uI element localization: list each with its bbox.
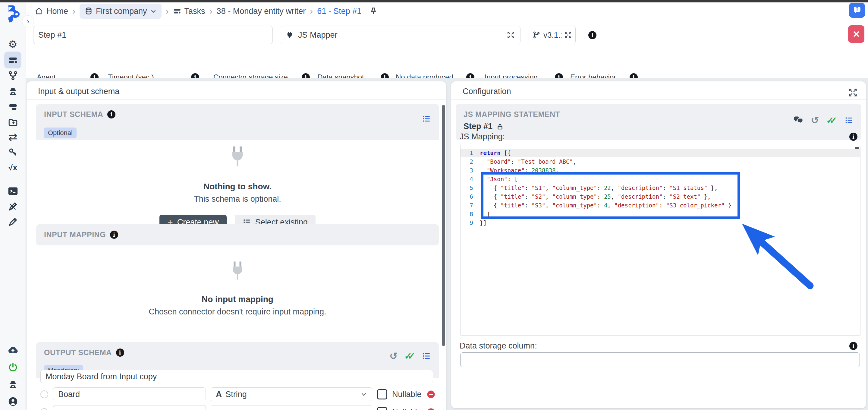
panel-title: Input & output schema — [38, 87, 119, 96]
remove-field-icon[interactable] — [427, 408, 435, 410]
sidebar-item-terminal[interactable] — [0, 184, 26, 198]
check-double-icon[interactable]: ✓✓ — [404, 352, 415, 361]
line-number: 2 — [461, 157, 480, 166]
expand-icon[interactable] — [564, 31, 572, 38]
close-step-button[interactable]: ✕ — [848, 25, 864, 43]
code-line[interactable]: 1return [{ — [461, 149, 860, 157]
breadcrumb-home[interactable]: Home — [34, 7, 68, 16]
empty-subtitle: Chosen connector doesn't require input m… — [36, 307, 439, 317]
sidebar-item-settings[interactable]: ⚙ — [0, 37, 26, 51]
plug-icon — [285, 31, 294, 39]
breadcrumb-separator: › — [306, 6, 317, 16]
drag-handle[interactable] — [40, 408, 48, 410]
sidebar: ⚙ ⇄ √x — [0, 2, 26, 410]
sidebar-item-agents[interactable] — [0, 84, 26, 98]
schema-name-input[interactable] — [40, 370, 433, 383]
breadcrumb-separator: › — [161, 6, 173, 16]
field-type-select[interactable]: A String — [211, 387, 372, 401]
pin-icon[interactable] — [369, 7, 378, 16]
breadcrumb-company-selector[interactable]: First company — [80, 4, 161, 19]
field-name-input[interactable] — [53, 387, 206, 401]
avatar-icon — [7, 396, 19, 407]
remove-field-icon[interactable] — [427, 390, 435, 399]
section-title: INPUT MAPPING — [44, 230, 106, 239]
chat-bubbles-icon[interactable] — [793, 115, 804, 125]
help-button[interactable]: ? — [849, 3, 865, 18]
nullable-checkbox[interactable] — [377, 389, 387, 400]
info-icon[interactable]: i — [588, 31, 596, 39]
drag-handle[interactable] — [40, 390, 48, 398]
annotation-arrow — [717, 208, 826, 304]
sidebar-item-incognito[interactable] — [0, 377, 26, 391]
info-icon[interactable]: i — [849, 342, 858, 350]
info-icon[interactable]: i — [110, 231, 118, 239]
spy-icon — [8, 86, 18, 96]
connector-field[interactable]: JS Mapper — [280, 26, 521, 44]
field-name-input[interactable] — [53, 405, 206, 410]
breadcrumb-tasks[interactable]: Tasks — [173, 7, 205, 16]
chevron-right-icon: › — [27, 17, 29, 26]
expand-icon[interactable] — [507, 31, 515, 39]
sidebar-divider — [4, 177, 22, 177]
info-icon[interactable]: i — [849, 133, 858, 141]
undo-icon[interactable]: ↺ — [390, 351, 398, 361]
nullable-checkbox[interactable] — [377, 407, 387, 410]
js-mapping-label: JS Mapping: — [460, 132, 505, 141]
cloud-upload-icon — [7, 345, 19, 355]
sqrt-icon: √x — [8, 164, 18, 172]
breadcrumb: Home › First company › Tasks › 38 - Mond… — [26, 2, 868, 20]
database-icon — [84, 7, 93, 16]
help-chat-icon: ? — [852, 6, 862, 15]
gear-icon: ⚙ — [8, 39, 17, 50]
list-blue-icon[interactable] — [422, 352, 431, 360]
breadcrumb-separator: › — [68, 6, 80, 16]
undo-icon[interactable]: ↺ — [811, 115, 819, 125]
pencil-icon — [8, 217, 18, 227]
expand-icon[interactable] — [848, 88, 858, 97]
chevron-down-icon — [361, 391, 367, 398]
breadcrumb-step[interactable]: 61 - Step #1 — [317, 7, 361, 16]
code-line[interactable]: 2 "Board": "Test board ABC", — [461, 157, 860, 166]
sidebar-item-formulas[interactable]: √x — [0, 161, 26, 175]
app-logo[interactable] — [6, 5, 21, 23]
sidebar-item-editors[interactable] — [0, 200, 26, 213]
step-name-input[interactable] — [33, 26, 273, 44]
sidebar-collapse-button[interactable]: › — [22, 16, 34, 27]
sidebar-item-tasks[interactable] — [0, 53, 26, 67]
sidebar-item-power[interactable] — [0, 360, 26, 374]
info-icon[interactable]: i — [107, 110, 116, 118]
line-number: 6 — [461, 192, 480, 201]
annotation-highlight-box — [481, 172, 740, 219]
tasks-icon — [8, 55, 18, 65]
step-label: Step #1 — [464, 122, 493, 131]
editor-scrollbar[interactable] — [855, 147, 859, 149]
sidebar-item-transfers[interactable]: ⇄ — [0, 130, 26, 144]
version-field[interactable]: v3.1.1 — [529, 26, 576, 44]
folder-gear-icon — [8, 117, 18, 127]
data-storage-label: Data storage column: — [460, 341, 537, 351]
data-storage-input[interactable] — [460, 352, 860, 367]
power-icon — [8, 362, 18, 372]
info-icon[interactable]: i — [116, 349, 124, 357]
sidebar-item-account[interactable] — [0, 394, 26, 409]
sidebar-item-pencil[interactable] — [0, 215, 26, 229]
sidebar-item-credentials[interactable] — [0, 145, 26, 159]
sidebar-item-projects[interactable] — [0, 115, 26, 129]
input-mapping-header: INPUT MAPPINGi — [36, 224, 439, 245]
section-title: INPUT SCHEMA — [44, 110, 103, 119]
line-number: 9 — [461, 218, 480, 227]
field-type-select[interactable] — [211, 405, 372, 410]
git-branch-icon — [532, 31, 540, 39]
swap-icon: ⇄ — [8, 132, 17, 143]
window-top-edge — [0, 0, 868, 2]
list-blue-icon[interactable] — [422, 114, 431, 123]
terminal-icon — [7, 186, 19, 196]
sidebar-item-deploy[interactable] — [0, 343, 26, 357]
list-blue-icon[interactable] — [844, 116, 854, 125]
check-double-icon[interactable]: ✓✓ — [826, 116, 837, 125]
sidebar-item-branches[interactable] — [0, 69, 26, 83]
layers-icon — [8, 101, 18, 112]
sidebar-item-connectors[interactable] — [0, 100, 26, 114]
breadcrumb-task[interactable]: 38 - Monday entity writer — [217, 7, 306, 16]
vertical-scrollbar[interactable] — [442, 105, 445, 346]
